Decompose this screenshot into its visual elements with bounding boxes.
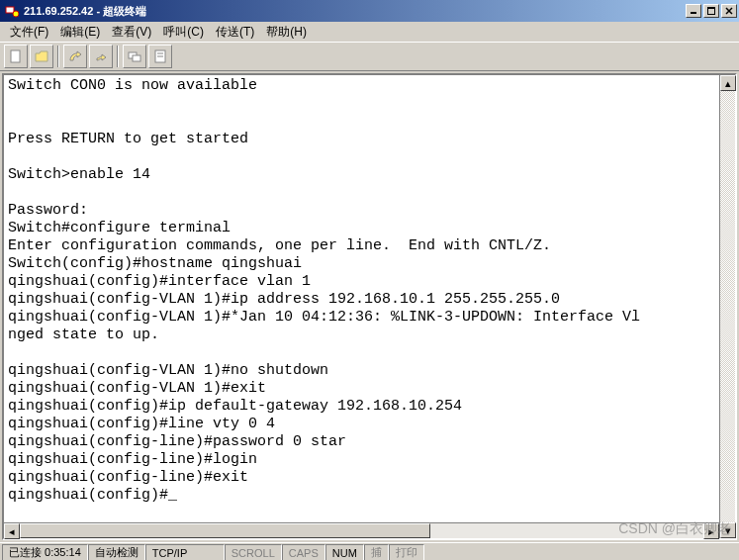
tool-properties[interactable] (148, 45, 172, 68)
close-button[interactable] (721, 4, 737, 18)
status-print: 打印 (389, 544, 424, 561)
tool-send[interactable] (123, 45, 146, 68)
status-scroll: SCROLL (225, 544, 282, 561)
terminal-output[interactable]: Switch CON0 is now available Press RETUR… (4, 75, 719, 538)
scroll-track-v[interactable] (720, 91, 735, 522)
statusbar: 已连接 0:35:14 自动检测 TCP/IP SCROLL CAPS NUM … (0, 542, 739, 560)
scroll-up-button[interactable]: ▴ (720, 75, 736, 91)
menu-call[interactable]: 呼叫(C) (157, 22, 210, 43)
tool-disconnect[interactable] (89, 45, 113, 68)
svg-point-1 (13, 11, 19, 17)
scroll-right-button[interactable]: ▸ (703, 523, 719, 539)
app-icon (4, 3, 20, 19)
status-num: NUM (325, 544, 364, 561)
scrollbar-horizontal[interactable]: ◂ ▸ (4, 522, 719, 538)
titlebar: 211.69.252.42 - 超级终端 (0, 0, 739, 22)
toolbar (0, 42, 739, 71)
tool-separator-2 (117, 46, 119, 67)
scroll-track-h[interactable] (20, 523, 703, 538)
status-protocol: TCP/IP (145, 544, 225, 561)
scroll-left-button[interactable]: ◂ (4, 523, 20, 539)
status-caps: CAPS (282, 544, 325, 561)
status-autodetect: 自动检测 (88, 544, 145, 561)
minimize-button[interactable] (686, 4, 701, 18)
terminal-frame: Switch CON0 is now available Press RETUR… (2, 73, 737, 540)
tool-open[interactable] (30, 45, 53, 68)
tool-new[interactable] (4, 45, 28, 68)
svg-rect-7 (11, 50, 20, 62)
menu-view[interactable]: 查看(V) (106, 22, 157, 43)
scroll-thumb-h[interactable] (20, 523, 430, 538)
svg-rect-0 (6, 7, 14, 13)
menubar: 文件(F) 编辑(E) 查看(V) 呼叫(C) 传送(T) 帮助(H) (0, 22, 739, 42)
status-connected: 已连接 0:35:14 (2, 544, 88, 561)
menu-edit[interactable]: 编辑(E) (54, 22, 106, 43)
window-title: 211.69.252.42 - 超级终端 (24, 4, 686, 19)
scroll-down-button[interactable]: ▾ (720, 522, 736, 538)
maximize-button[interactable] (703, 4, 719, 18)
tool-separator (57, 46, 59, 67)
scrollbar-vertical[interactable]: ▴ ▾ (719, 75, 735, 538)
menu-help[interactable]: 帮助(H) (260, 22, 313, 43)
menu-transfer[interactable]: 传送(T) (210, 22, 260, 43)
tool-connect[interactable] (63, 45, 87, 68)
menu-file[interactable]: 文件(F) (4, 22, 54, 43)
status-capture: 捕 (364, 544, 389, 561)
svg-rect-9 (133, 55, 140, 61)
